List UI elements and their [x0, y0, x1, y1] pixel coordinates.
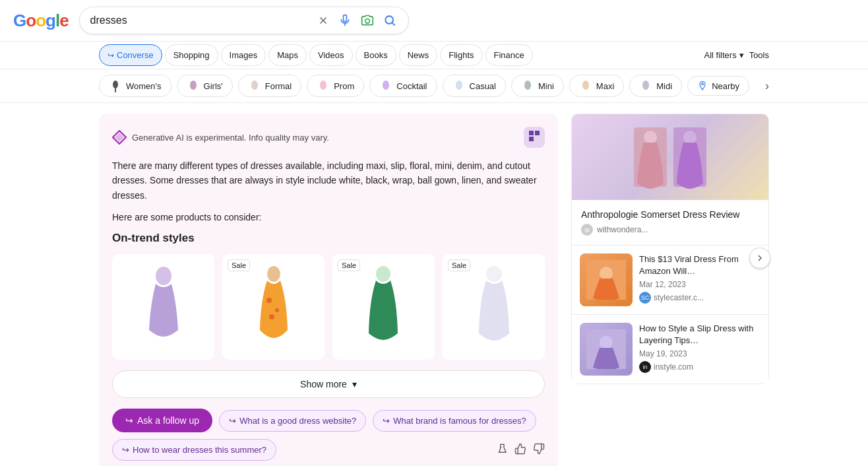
- svg-rect-22: [529, 137, 534, 141]
- svg-point-7: [113, 81, 118, 88]
- product-card-4[interactable]: Sale: [443, 254, 545, 360]
- ask-follow-up-button[interactable]: ↪ Ask a follow up: [112, 409, 212, 432]
- side-articles: This $13 Viral Dress From Amazon Will… M…: [571, 245, 769, 384]
- side-article-1[interactable]: This $13 Viral Dress From Amazon Will… M…: [571, 245, 769, 315]
- filter-chip-midi[interactable]: Midi: [629, 75, 682, 97]
- tab-books[interactable]: Books: [356, 44, 396, 66]
- tab-news[interactable]: News: [399, 44, 438, 66]
- article-source-row: w withwondera...: [581, 224, 759, 236]
- google-logo[interactable]: Google: [13, 11, 69, 31]
- side-article-image-2: [580, 323, 633, 376]
- suggestion-arrow-icon-1: ↪: [229, 416, 236, 426]
- main-article-image: [572, 114, 768, 200]
- converse-tab-icon: ↪: [108, 51, 114, 60]
- side-img-svg-1: [586, 260, 626, 300]
- clear-button[interactable]: [316, 13, 330, 28]
- sale-badge-3: Sale: [338, 259, 360, 271]
- svg-rect-20: [529, 131, 534, 135]
- sale-badge-2: Sale: [228, 259, 250, 271]
- product-card-1[interactable]: [112, 254, 214, 360]
- side-article-title-1: This $13 Viral Dress From Amazon Will…: [639, 253, 760, 277]
- ai-logo-icon: [112, 130, 127, 145]
- right-panel: Anthropologie Somerset Dress Review w wi…: [571, 114, 769, 466]
- side-article-source-1: stylecaster.c...: [654, 293, 704, 302]
- tab-images[interactable]: Images: [221, 44, 266, 66]
- converse-tab-label: Converse: [117, 50, 154, 60]
- thumbs-down-icon: [533, 443, 545, 455]
- suggestion-chip-2[interactable]: ↪ What brand is famous for dresses?: [373, 410, 536, 432]
- feedback-beaker-button[interactable]: [496, 443, 508, 457]
- main-content: Generative AI is experimental. Info qual…: [0, 103, 868, 466]
- side-article-source-row-2: in instyle.com: [639, 361, 760, 373]
- show-more-label: Show more: [300, 379, 347, 389]
- maxi-icon: [579, 79, 592, 92]
- filter-chip-formal[interactable]: Formal: [238, 75, 301, 97]
- dress-svg-1: [144, 264, 183, 350]
- filter-chip-womens[interactable]: Women's: [99, 75, 171, 97]
- filter-chip-girls[interactable]: Girls': [177, 75, 233, 97]
- filter-chip-mini[interactable]: Mini: [511, 75, 564, 97]
- avatar-letter: w: [584, 226, 589, 234]
- dress-image-3: [332, 261, 435, 353]
- product-card-3[interactable]: Sale: [332, 254, 435, 360]
- follow-up-arrow-icon: ↪: [125, 415, 133, 426]
- chip-prom-label: Prom: [334, 81, 354, 91]
- svg-point-25: [266, 298, 272, 303]
- filter-chip-prom[interactable]: Prom: [307, 75, 364, 97]
- sale-badge-4: Sale: [448, 259, 470, 271]
- side-article-2[interactable]: How to Style a Slip Dress with Layering …: [571, 315, 769, 384]
- tab-flights[interactable]: Flights: [440, 44, 482, 66]
- filter-next-arrow[interactable]: ›: [765, 79, 769, 93]
- product-card-2[interactable]: Sale: [222, 254, 325, 360]
- tab-maps[interactable]: Maps: [268, 44, 307, 66]
- side-article-title-2: How to Style a Slip Dress with Layering …: [639, 323, 760, 347]
- side-article-image-1: [580, 253, 633, 306]
- svg-point-4: [365, 19, 369, 24]
- search-input[interactable]: [90, 15, 309, 26]
- tools-button[interactable]: Tools: [749, 50, 769, 60]
- filter-chip-maxi[interactable]: Maxi: [569, 75, 624, 97]
- thumbs-up-button[interactable]: [514, 443, 526, 457]
- tab-finance[interactable]: Finance: [485, 44, 533, 66]
- main-article-card[interactable]: Anthropologie Somerset Dress Review w wi…: [571, 114, 769, 245]
- chevron-down-icon: ▾: [739, 50, 744, 60]
- filter-row-wrap: Women's Girls' Formal Prom Cocktail Casu…: [0, 69, 868, 103]
- dress-image-2: [222, 261, 325, 353]
- thumbs-up-icon: [514, 443, 526, 455]
- filter-chip-nearby[interactable]: Nearby: [687, 76, 749, 96]
- ai-description: There are many different types of dresse…: [112, 158, 545, 203]
- all-filters-button[interactable]: All filters ▾: [704, 50, 744, 60]
- svg-rect-21: [535, 131, 540, 135]
- image-search-button[interactable]: [359, 13, 375, 28]
- svg-rect-2: [343, 15, 346, 22]
- thumbs-down-button[interactable]: [533, 443, 545, 457]
- google-search-button[interactable]: [382, 13, 398, 28]
- voice-search-button[interactable]: [337, 13, 353, 28]
- filter-chips-row: Women's Girls' Formal Prom Cocktail Casu…: [0, 69, 868, 103]
- articles-next-button[interactable]: [749, 248, 770, 269]
- chip-girls-label: Girls': [204, 81, 223, 91]
- suggestion-chip-3[interactable]: ↪ How to wear dresses this summer?: [112, 439, 276, 461]
- chevron-down-icon: ▾: [352, 379, 357, 389]
- suggestion-chip-1[interactable]: ↪ What is a good dress website?: [219, 410, 366, 432]
- formal-icon: [248, 79, 261, 92]
- chip-mini-label: Mini: [538, 81, 554, 91]
- search-icon: [383, 14, 396, 27]
- suggestion-arrow-icon-2: ↪: [383, 416, 390, 426]
- ai-grid-view-button[interactable]: [524, 127, 545, 148]
- svg-point-35: [600, 267, 613, 280]
- ai-notice-text: Generative AI is experimental. Info qual…: [132, 133, 329, 143]
- filter-chip-casual[interactable]: Casual: [443, 75, 506, 97]
- tab-shopping[interactable]: Shopping: [165, 44, 218, 66]
- show-more-button[interactable]: Show more ▾: [112, 370, 545, 398]
- svg-point-17: [702, 83, 704, 85]
- search-bar: [79, 7, 409, 34]
- chip-casual-label: Casual: [470, 81, 496, 91]
- svg-point-9: [190, 81, 197, 90]
- filter-chip-cocktail[interactable]: Cocktail: [369, 75, 437, 97]
- dress-svg-2: [257, 264, 290, 350]
- svg-point-14: [524, 81, 531, 90]
- tab-converse[interactable]: ↪ Converse: [99, 44, 162, 66]
- tab-videos[interactable]: Videos: [309, 44, 353, 66]
- ai-header: Generative AI is experimental. Info qual…: [112, 127, 545, 148]
